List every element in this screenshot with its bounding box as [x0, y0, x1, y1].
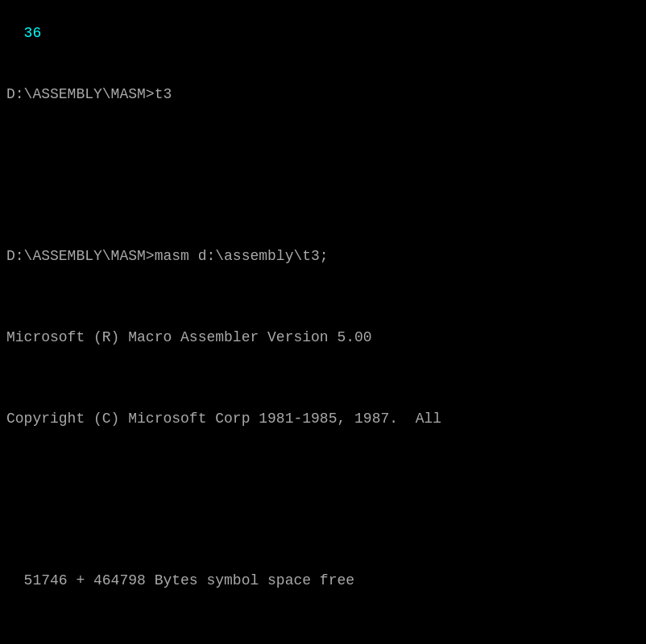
- line-number: 36: [24, 25, 42, 41]
- terminal-line-4: Copyright (C) Microsoft Corp 1981-1985, …: [6, 409, 640, 429]
- terminal-line-3: Microsoft (R) Macro Assembler Version 5.…: [6, 328, 640, 348]
- empty-line-1: [6, 166, 640, 186]
- terminal-line-1: D:\ASSEMBLY\MASM>t3: [6, 85, 640, 105]
- terminal-line-2: D:\ASSEMBLY\MASM>masm d:\assembly\t3;: [6, 246, 640, 266]
- terminal-line-5: 51746 + 464798 Bytes symbol space free: [6, 571, 640, 591]
- terminal-window: 36 D:\ASSEMBLY\MASM>t3 D:\ASSEMBLY\MASM>…: [0, 0, 646, 644]
- empty-line-2: [6, 490, 640, 510]
